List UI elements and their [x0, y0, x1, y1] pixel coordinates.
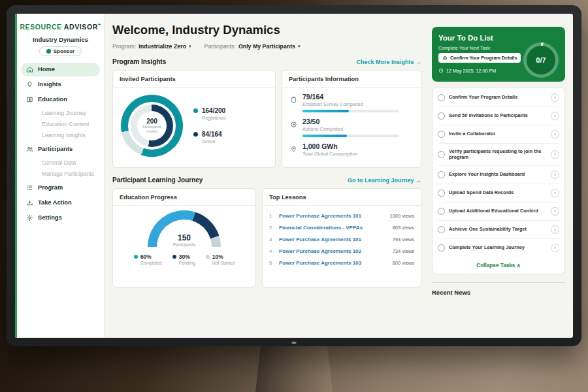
- stat-label: Emission Survey Completed: [302, 101, 399, 107]
- education-progress-gauge-chart: 150 Participants: [148, 210, 221, 247]
- task-row-verify-participants[interactable]: Verify participants requesting to join t…: [438, 144, 559, 166]
- app-logo: RESOURCE ADVISOR+: [17, 14, 104, 33]
- sidebar-item-label: Settings: [38, 214, 62, 221]
- participants-filter[interactable]: Participants: Only My Participants ▾: [204, 43, 301, 50]
- program-filter-value[interactable]: Industrialize Zero: [139, 43, 186, 50]
- chevron-right-icon[interactable]: ›: [551, 189, 559, 197]
- stat-value: 79/164: [302, 93, 399, 101]
- task-checkbox[interactable]: [438, 244, 445, 252]
- sidebar-item-label: Insights: [38, 81, 61, 88]
- legend-not-started: 10% Not Started: [206, 253, 235, 265]
- task-row-explore-insights[interactable]: Explore Your Insights Dashboard ›: [438, 166, 559, 184]
- task-row-achieve-target[interactable]: Achieve One Sustainability Target ›: [438, 221, 559, 239]
- card-title: Education Progress: [113, 189, 255, 206]
- sidebar-item-home[interactable]: Home: [21, 63, 100, 76]
- lesson-views: 1000 views: [389, 213, 414, 219]
- sidebar-item-participants[interactable]: Participants: [21, 142, 100, 156]
- legend-active: 84/164 Active: [193, 131, 225, 144]
- lesson-rank: 5: [269, 260, 274, 266]
- task-label: Upload Additional Educational Content: [449, 208, 547, 214]
- task-row-send-invitations[interactable]: Send 50 Invitations to Participants ›: [438, 107, 559, 125]
- sidebar-item-settings[interactable]: Settings: [21, 211, 100, 225]
- task-checkbox[interactable]: [438, 94, 445, 101]
- check-more-insights-link[interactable]: Check More Insights →: [356, 59, 421, 65]
- collapse-tasks-link[interactable]: Collapse Tasks ∧: [438, 257, 559, 274]
- lesson-rank: 2: [269, 225, 274, 231]
- task-row-upload-spend-data[interactable]: Upload Spend Data Records ›: [438, 184, 559, 203]
- sidebar-item-take-action[interactable]: Take Action: [21, 196, 100, 210]
- clipboard-icon: [290, 94, 297, 101]
- sidebar-item-label: Home: [38, 66, 55, 73]
- task-row-confirm-program[interactable]: Confirm Your Program Details ›: [438, 89, 559, 107]
- legend-registered: 164/200 Registered: [193, 107, 225, 121]
- task-row-complete-learning-journey[interactable]: Complete Your Learning Journey ›: [438, 239, 559, 257]
- legend-completed: 60% Completed: [134, 253, 162, 265]
- lesson-views: 803 views: [393, 225, 414, 231]
- lesson-link[interactable]: Power Purchase Agreements 103: [279, 260, 388, 266]
- participants-filter-label: Participants:: [204, 43, 236, 50]
- sponsor-badge: Sponsor: [39, 46, 82, 56]
- chevron-right-icon[interactable]: ›: [551, 112, 559, 120]
- chevron-right-icon[interactable]: ›: [551, 225, 559, 234]
- task-checkbox[interactable]: [438, 131, 445, 138]
- top-lessons-card: Top Lessons 1 Power Purchase Agreements …: [262, 188, 421, 287]
- lesson-link[interactable]: Power Purchase Agreements 102: [279, 248, 388, 254]
- gear-icon: [26, 214, 33, 221]
- todo-title: Your To Do List: [438, 34, 559, 42]
- sidebar-item-manage-participants[interactable]: Manage Participants: [21, 169, 100, 180]
- legend-value: 84/164: [202, 131, 222, 138]
- chevron-right-icon[interactable]: ›: [551, 244, 559, 252]
- main-content: Welcome, Industry Dynamics Program: Indu…: [105, 14, 427, 338]
- clock-icon: [438, 68, 444, 73]
- sidebar-item-learning-insights[interactable]: Learning Insights: [21, 130, 100, 141]
- emission-survey-row: 79/164 Emission Survey Completed: [290, 93, 413, 112]
- task-checkbox[interactable]: [438, 208, 445, 215]
- lesson-link[interactable]: Power Purchase Agreements 101: [279, 213, 385, 219]
- gauge-center-label: Participants: [148, 242, 221, 247]
- navy-dot-icon: [193, 132, 198, 137]
- lesson-link[interactable]: Financial Considerations - VPPAs: [279, 225, 388, 231]
- lesson-row: 5 Power Purchase Agreements 103 600 view…: [269, 257, 414, 269]
- due-date-label: 12 May 2025, 12:00 PM: [446, 68, 496, 74]
- blue-dot-icon: [134, 255, 138, 259]
- task-checkbox[interactable]: [438, 171, 445, 178]
- task-row-upload-educational-content[interactable]: Upload Additional Educational Content ›: [438, 203, 559, 221]
- chevron-up-icon: ∧: [517, 263, 521, 269]
- task-checkbox[interactable]: [438, 112, 445, 120]
- chevron-right-icon[interactable]: ›: [551, 150, 559, 159]
- lesson-row: 4 Power Purchase Agreements 102 734 view…: [269, 246, 414, 257]
- sidebar-item-education-content[interactable]: Education Content: [21, 119, 100, 130]
- target-icon: [290, 119, 297, 126]
- chevron-right-icon[interactable]: ›: [551, 171, 559, 179]
- lesson-views: 793 views: [393, 237, 414, 242]
- logo-resource: RESOURCE: [20, 23, 61, 31]
- go-to-learning-journey-link[interactable]: Go to Learning Journey →: [348, 177, 421, 184]
- legend-pending: 30% Pending: [172, 253, 195, 265]
- next-task-pill[interactable]: Confirm Your Program Details: [438, 53, 521, 63]
- participants-filter-value[interactable]: Only My Participants: [238, 43, 295, 50]
- chevron-right-icon[interactable]: ›: [551, 130, 559, 139]
- task-checkbox[interactable]: [438, 189, 445, 197]
- task-row-invite-collaborator[interactable]: Invite a Collaborator ›: [438, 125, 559, 144]
- lesson-link[interactable]: Power Purchase Agreements 101: [279, 237, 388, 242]
- sidebar-item-learning-journey[interactable]: Learning Journey: [21, 108, 100, 119]
- progress-bar: [302, 135, 399, 137]
- task-checkbox[interactable]: [438, 226, 445, 233]
- donut-center-label: Participants Invited: [141, 125, 163, 133]
- chevron-right-icon[interactable]: ›: [551, 93, 559, 102]
- sidebar-item-education[interactable]: Education: [21, 93, 100, 106]
- screen: RESOURCE ADVISOR+ Industry Dynamics Spon…: [15, 14, 573, 338]
- program-insights-header: Program Insights Check More Insights →: [112, 58, 421, 65]
- chevron-right-icon[interactable]: ›: [551, 207, 559, 216]
- sidebar-item-program[interactable]: Program: [21, 181, 100, 195]
- brand-edge-strip: [15, 14, 17, 338]
- program-filter[interactable]: Program: Industrialize Zero ▾: [112, 43, 191, 50]
- sidebar-item-general-data[interactable]: General Data: [21, 157, 100, 169]
- logo-advisor: ADVISOR: [64, 23, 98, 31]
- sidebar-item-insights[interactable]: Insights: [21, 78, 100, 91]
- legend-label: Registered: [202, 115, 225, 121]
- legend-label: Active: [202, 139, 222, 144]
- sponsor-label: Sponsor: [54, 48, 74, 54]
- task-checkbox[interactable]: [438, 151, 445, 158]
- sidebar-nav: Home Insights Education Learning Journey…: [17, 63, 104, 225]
